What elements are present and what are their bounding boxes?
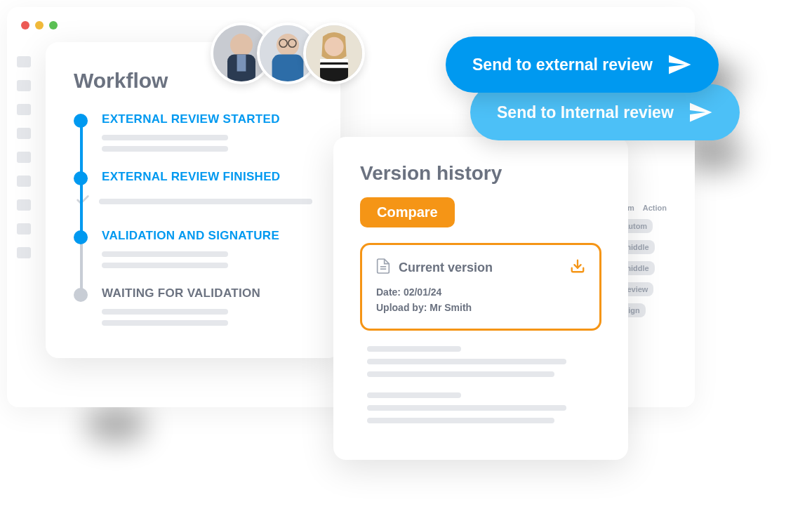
avatar[interactable] xyxy=(303,22,365,84)
version-item-placeholder xyxy=(360,392,601,423)
skeleton-line xyxy=(367,405,566,411)
svg-point-1 xyxy=(230,34,253,56)
shadow-decoration xyxy=(84,407,147,442)
sidebar-icon[interactable] xyxy=(17,176,31,187)
current-version-label: Current version xyxy=(399,260,493,275)
step-label: WAITING FOR VALIDATION xyxy=(102,286,312,300)
svg-rect-3 xyxy=(237,55,246,72)
step-label: VALIDATION AND SIGNATURE xyxy=(102,229,312,243)
svg-rect-12 xyxy=(320,59,348,62)
sidebar-icon[interactable] xyxy=(17,56,31,67)
skeleton-line xyxy=(102,309,228,315)
skeleton-line xyxy=(367,371,554,377)
svg-rect-13 xyxy=(320,65,348,68)
version-history-panel: Version history Compare Current version … xyxy=(333,137,628,460)
skeleton-line xyxy=(367,346,461,352)
version-item-placeholder xyxy=(360,346,601,377)
workflow-timeline: EXTERNAL REVIEW STARTED EXTERNAL REVIEW … xyxy=(74,112,312,326)
step-dot-icon xyxy=(74,114,88,128)
window-close-icon[interactable] xyxy=(21,21,29,29)
version-history-title: Version history xyxy=(360,162,601,185)
step-dot-icon xyxy=(74,230,88,244)
skeleton-line xyxy=(367,418,554,423)
send-internal-review-button[interactable]: Send to Internal review xyxy=(470,84,740,140)
workflow-step: VALIDATION AND SIGNATURE xyxy=(102,229,312,268)
skeleton-line xyxy=(102,146,228,152)
skeleton-line xyxy=(367,359,566,364)
sidebar-icon[interactable] xyxy=(17,247,31,258)
sidebar-icon[interactable] xyxy=(17,152,31,163)
current-version-card[interactable]: Current version Date: 02/01/24 Upload by… xyxy=(360,243,601,331)
workflow-step: WAITING FOR VALIDATION xyxy=(102,286,312,326)
step-label: EXTERNAL REVIEW FINISHED xyxy=(102,170,312,184)
svg-rect-6 xyxy=(272,55,304,81)
sidebar-icon[interactable] xyxy=(17,104,31,115)
document-icon xyxy=(376,258,390,277)
window-maximize-icon[interactable] xyxy=(49,21,58,29)
window-controls xyxy=(21,21,58,29)
table-header: Action xyxy=(643,204,667,212)
button-label: Send to external review xyxy=(472,55,653,74)
version-uploader: Upload by: Mr Smith xyxy=(376,300,585,315)
step-dot-icon xyxy=(74,171,88,185)
version-date: Date: 02/01/24 xyxy=(376,284,585,300)
skeleton-line xyxy=(367,392,461,398)
button-label: Send to Internal review xyxy=(497,103,674,122)
sidebar-icon[interactable] xyxy=(17,199,31,211)
sidebar-icon[interactable] xyxy=(17,80,31,91)
workflow-step: EXTERNAL REVIEW STARTED xyxy=(102,112,312,152)
skeleton-line xyxy=(102,251,228,257)
sidebar-icon[interactable] xyxy=(17,223,31,234)
skeleton-line xyxy=(102,263,228,268)
step-dot-icon xyxy=(74,288,88,302)
workflow-panel: Workflow EXTERNAL REVIEW STARTED EXTERNA… xyxy=(46,42,340,358)
send-external-review-button[interactable]: Send to external review xyxy=(446,37,719,93)
svg-point-10 xyxy=(324,37,343,56)
skeleton-line xyxy=(99,199,312,204)
window-minimize-icon[interactable] xyxy=(35,21,44,29)
sidebar-icon[interactable] xyxy=(17,128,31,139)
collaborator-avatars xyxy=(211,22,365,84)
skeleton-line xyxy=(102,320,228,326)
send-icon xyxy=(667,52,692,77)
step-label: EXTERNAL REVIEW STARTED xyxy=(102,112,312,126)
compare-button[interactable]: Compare xyxy=(360,197,455,227)
send-icon xyxy=(688,100,713,125)
skeleton-line xyxy=(102,135,228,140)
workflow-step: EXTERNAL REVIEW FINISHED xyxy=(102,170,312,211)
sidebar-nav xyxy=(17,56,31,258)
check-icon xyxy=(75,192,91,211)
download-icon[interactable] xyxy=(570,258,585,277)
